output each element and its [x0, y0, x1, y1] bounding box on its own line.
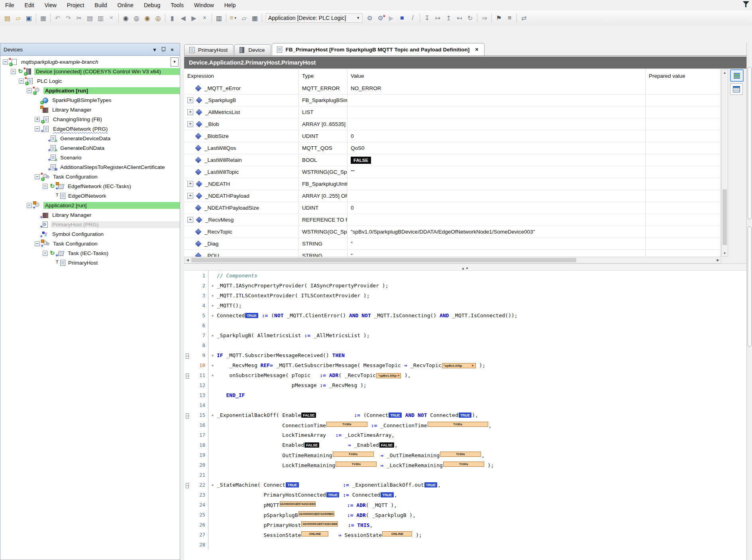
- prepared-value-cell[interactable]: [646, 130, 721, 142]
- table-row[interactable]: +_BlobARRAY [0..65535] ...: [184, 118, 721, 130]
- tree-item[interactable]: Library Manager: [0, 105, 180, 114]
- tree-item[interactable]: SparkPlugBSimpleTypes: [0, 95, 180, 105]
- prepared-value-cell[interactable]: [646, 190, 721, 202]
- table-row[interactable]: +_AllMetricsListLIST: [184, 106, 721, 118]
- step-into-button[interactable]: ↦: [433, 13, 443, 23]
- scroll-left-icon[interactable]: ◀: [185, 257, 190, 263]
- menu-project[interactable]: Project: [62, 1, 90, 10]
- column-header-expression[interactable]: Expression: [184, 69, 299, 83]
- open-project-button[interactable]: ▱: [13, 13, 23, 23]
- tree-item[interactable]: −⚙⚙*Task Configuration: [0, 172, 180, 181]
- scroll-down-icon[interactable]: ▼: [722, 250, 728, 256]
- tree-item[interactable]: −*mqttsparkplugb-example-branch▼: [0, 57, 180, 67]
- save-project-button[interactable]: ▣: [24, 13, 34, 23]
- table-row[interactable]: _MQTT_eErrorMQTT_ERRORNO_ERROR: [184, 83, 721, 94]
- table-row[interactable]: +_NDEATHPayloadARRAY [0..255] OF ...: [184, 190, 721, 202]
- replace-objects-button[interactable]: ◎: [153, 13, 163, 23]
- online-change-button[interactable]: ⇄: [519, 13, 529, 23]
- cut-button[interactable]: ✂: [74, 13, 84, 23]
- export-object-button[interactable]: ▱: [239, 13, 249, 23]
- paste-button[interactable]: ▥: [96, 13, 106, 23]
- collapse-icon[interactable]: −: [35, 126, 40, 132]
- collapse-icon[interactable]: −: [43, 184, 48, 189]
- prepared-value-cell[interactable]: [646, 118, 721, 130]
- menu-debug[interactable]: Debug: [139, 1, 165, 10]
- find-objects-button[interactable]: ◉: [142, 13, 152, 23]
- scrollbar-thumb[interactable]: [723, 189, 727, 245]
- prepared-value-cell[interactable]: [646, 178, 721, 190]
- collapse-icon[interactable]: −: [35, 174, 40, 179]
- tree-item[interactable]: A+Scenario: [0, 153, 180, 162]
- collapse-icon[interactable]: −: [27, 88, 32, 93]
- watchlist-button[interactable]: ≡: [505, 13, 514, 23]
- tree-item[interactable]: TPrimaryHost: [0, 258, 180, 267]
- tree-item[interactable]: M+AdditionalStepsToRegisterAClientCertif…: [0, 162, 180, 172]
- fold-collapse-icon[interactable]: −: [186, 483, 189, 488]
- string-monitor-badge[interactable]: "spBv1.0/Sp▶: [376, 373, 401, 378]
- column-header-type[interactable]: Type: [299, 69, 348, 83]
- expand-icon[interactable]: +: [187, 193, 193, 199]
- bookmark-prev-button[interactable]: ◀: [178, 13, 188, 23]
- prepared-value-cell[interactable]: [646, 83, 721, 94]
- tree-item[interactable]: +Library Manager: [0, 210, 180, 220]
- tree-item[interactable]: −+EdgeOfNetwork (PRG): [0, 124, 180, 134]
- copy-button[interactable]: ▤: [85, 13, 95, 23]
- logout-button[interactable]: ⚙×: [375, 13, 385, 23]
- new-object-button[interactable]: ≡▼: [228, 13, 238, 23]
- collapsed-panel-tab[interactable]: [748, 226, 752, 347]
- prepared-value-cell[interactable]: [646, 166, 721, 178]
- tree-item[interactable]: −↻+EdgefNetwork (IEC-Tasks): [0, 181, 180, 191]
- prepared-value-cell[interactable]: [646, 106, 721, 118]
- table-view-button[interactable]: [730, 83, 743, 95]
- scroll-up-icon[interactable]: ▲: [722, 70, 728, 76]
- menu-help[interactable]: Help: [219, 1, 241, 10]
- step-over-button[interactable]: ↧: [422, 13, 432, 23]
- table-row[interactable]: _LastWillRetainBOOLFALSE: [184, 154, 721, 166]
- undo-button[interactable]: ↶: [53, 13, 63, 23]
- tree-item[interactable]: −↻+Task (IEC-Tasks): [0, 248, 180, 258]
- build-button[interactable]: ▦: [250, 13, 260, 23]
- table-row[interactable]: +_RecvMesgREFERENCE TO FB_...: [184, 214, 721, 226]
- next-statement-button[interactable]: ⇒: [479, 13, 489, 23]
- column-header-prepared-value[interactable]: Prepared value: [646, 69, 721, 83]
- table-row[interactable]: _BlobSizeUDINT0: [184, 130, 721, 142]
- reset-button[interactable]: ↻: [465, 13, 475, 23]
- expand-icon[interactable]: +: [187, 121, 193, 127]
- fold-collapse-icon[interactable]: −: [186, 354, 189, 359]
- panel-menu-icon[interactable]: ▾: [150, 47, 159, 53]
- tree-item[interactable]: D+PrimaryHost (PRG): [0, 220, 180, 229]
- string-monitor-badge[interactable]: "spBv1.0/Sp▶: [442, 363, 476, 368]
- collapse-icon[interactable]: −: [43, 251, 48, 256]
- tree-item[interactable]: +ChangingString (FB): [0, 114, 180, 124]
- prepared-value-cell[interactable]: [646, 202, 721, 214]
- tree-item[interactable]: −⚙*Application [run]: [0, 86, 180, 95]
- prepared-value-cell[interactable]: [646, 154, 721, 166]
- declaration-view-button[interactable]: [730, 69, 744, 82]
- menu-edit[interactable]: Edit: [20, 1, 39, 10]
- tree-item[interactable]: +Symbol Configuration: [0, 229, 180, 239]
- tree-root-dropdown-icon[interactable]: ▼: [171, 57, 179, 67]
- login-button[interactable]: ⚙: [365, 13, 375, 23]
- tab-close-icon[interactable]: ×: [475, 46, 478, 53]
- menu-window[interactable]: Window: [189, 1, 219, 10]
- tab-fb_primaryhost[interactable]: FB_PrimaryHost [From SparkplugB MQTT Top…: [272, 43, 485, 55]
- table-row[interactable]: +_SparkplugBFB_SparkplugBSimple: [184, 94, 721, 106]
- tree-item[interactable]: −*PLC Logic: [0, 76, 180, 86]
- bookmark-next-button[interactable]: ▶: [189, 13, 199, 23]
- menu-view[interactable]: View: [39, 1, 62, 10]
- tree-item[interactable]: −⚙⚙+Task Configuration: [0, 239, 180, 248]
- prepared-value-cell[interactable]: [646, 142, 721, 154]
- tab-primaryhost[interactable]: PrimaryHost: [184, 44, 234, 55]
- bookmark-clear-button[interactable]: ×: [200, 13, 210, 23]
- panel-close-icon[interactable]: ×: [168, 47, 177, 53]
- tree-item[interactable]: A+GenerateDeviceData: [0, 134, 180, 143]
- expand-icon[interactable]: +: [35, 117, 40, 122]
- table-row[interactable]: _RecvTopicWSTRING(GC_Spark..."spBv1.0/Sp…: [184, 226, 721, 238]
- print-button[interactable]: ▦: [38, 13, 48, 23]
- menu-tools[interactable]: Tools: [165, 1, 189, 10]
- menu-file[interactable]: File: [0, 1, 20, 10]
- tree-item[interactable]: −↻*Device [connected] (CODESYS Control W…: [0, 67, 180, 76]
- delete-button[interactable]: ×: [106, 13, 116, 23]
- expand-icon[interactable]: +: [187, 109, 193, 115]
- stop-button[interactable]: ■: [397, 13, 407, 23]
